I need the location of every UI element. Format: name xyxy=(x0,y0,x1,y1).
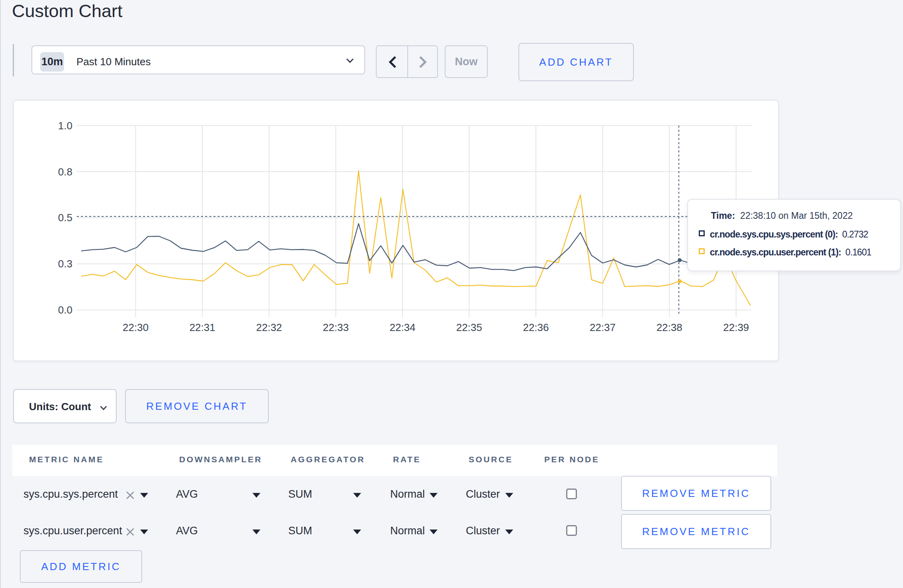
svg-text:0.3: 0.3 xyxy=(58,258,72,270)
svg-text:22:35: 22:35 xyxy=(456,321,482,333)
svg-text:22:31: 22:31 xyxy=(190,321,215,333)
svg-text:22:36: 22:36 xyxy=(523,321,549,333)
svg-text:22:30: 22:30 xyxy=(123,321,149,333)
svg-text:22:32: 22:32 xyxy=(256,321,282,333)
svg-text:0.8: 0.8 xyxy=(58,166,72,178)
svg-text:22:38: 22:38 xyxy=(657,321,682,333)
svg-text:22:34: 22:34 xyxy=(389,321,415,333)
svg-text:1.0: 1.0 xyxy=(58,120,72,132)
svg-text:0.5: 0.5 xyxy=(58,212,72,224)
svg-text:22:37: 22:37 xyxy=(590,321,616,333)
svg-text:0.0: 0.0 xyxy=(58,304,72,316)
svg-text:22:39: 22:39 xyxy=(723,321,749,333)
svg-text:22:33: 22:33 xyxy=(323,321,349,333)
